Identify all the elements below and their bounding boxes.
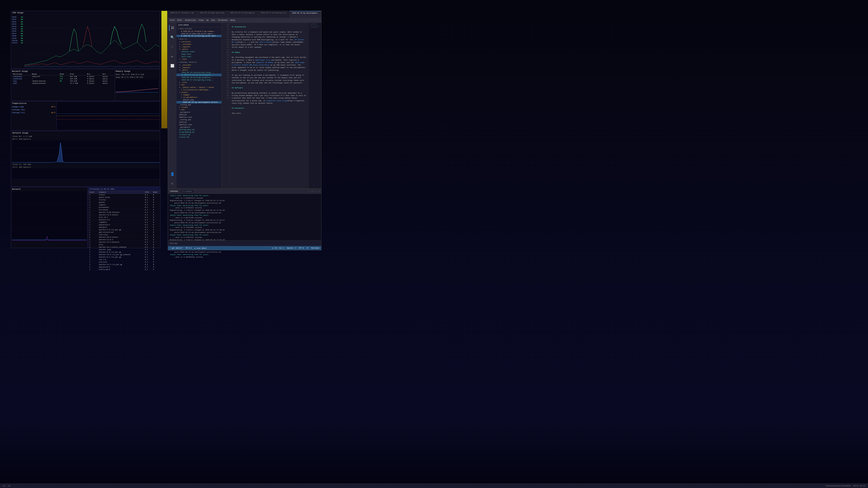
menu-selection[interactable]: Selection — [185, 19, 196, 22]
personal-projects-header[interactable]: ▾PERSONAL PROJECTS — [177, 61, 221, 64]
desktop: CPU Usage CPU02% CPU10% CPU20% CPU30% CP… — [0, 0, 868, 488]
ftree-posts2[interactable]: ▾ _posts — [177, 69, 221, 71]
terminal-plus-icon[interactable]: ＋ — [308, 190, 309, 193]
term-line-13: ...done in 0.07013665 seconds. — [170, 226, 319, 229]
extensions-icon[interactable]: ⬜ — [169, 63, 176, 69]
ftree-cache[interactable]: ▸ .jekyll-cache / Jekyll / Cache — [177, 86, 221, 89]
disk-title: Network Usage — [12, 70, 114, 72]
terminal-maximize-icon[interactable]: □ — [315, 190, 316, 192]
ftree-config2[interactable]: _config.yml — [177, 119, 221, 121]
line-50 — [232, 72, 307, 74]
network-title-bar: Network Usage — [11, 131, 160, 135]
ftree-photography[interactable]: photography.md — [177, 128, 221, 131]
menu-file[interactable]: File — [170, 19, 175, 22]
ftree-slides[interactable]: ▸ slides — [177, 106, 221, 108]
settings-icon[interactable]: ⚙ — [169, 180, 176, 187]
cpu-title-label: CPU Usage — [12, 12, 24, 14]
ftree-layouts2[interactable]: ▸ _layouts — [177, 66, 221, 69]
menu-terminal[interactable]: Terminal — [218, 19, 227, 22]
line-41: My criteria for a keyboard and mouse was… — [232, 31, 307, 49]
ftree-page-html[interactable]: page.html — [177, 53, 221, 55]
ftree-assets[interactable]: ▾ assets — [177, 91, 221, 94]
term-line-10: Regenerating: 1 file(s) changed at 2020-… — [170, 219, 319, 222]
term-line-6: Regenerating: 1 file(s) changed at 2020-… — [170, 209, 319, 212]
tab-4[interactable]: 2020-05-24-my-development... — [290, 11, 321, 18]
personal-projects-section[interactable]: ▾main.rb — [177, 37, 221, 40]
debug-icon[interactable]: ▶ — [169, 53, 176, 59]
vscode-statusbar: ⑂ git master* ⓪ 0.5 ◎ Live Share Ln 62, … — [168, 246, 321, 250]
explorer-icon[interactable]: ☷ — [169, 25, 176, 31]
language-mode[interactable]: Markdown — [311, 247, 319, 249]
col-used: Used — [59, 73, 69, 75]
ftree-dev2[interactable]: ▾ dev — [177, 108, 221, 111]
source-control-icon[interactable]: ☍ — [169, 43, 176, 50]
ftree-banner[interactable]: banner.png — [177, 98, 221, 101]
line-64 — [232, 105, 307, 107]
tab-2[interactable]: 2020-05-22-22-multigp-gr... — [228, 11, 258, 18]
svg-rect-10 — [12, 168, 160, 180]
open-editor-1[interactable]: 2018-06-22-make-php-great-again... — [177, 33, 221, 35]
line-51: If you are looking to purchase a microph… — [232, 74, 307, 84]
file-explorer: EXPLORER ▾OPEN EDITORS ● 2020-05-21-form… — [177, 23, 222, 188]
ftree-converters[interactable]: ▸ src-Converters-Markdown... — [177, 89, 221, 91]
menu-help[interactable]: Help — [230, 19, 235, 22]
menu-edit[interactable]: Edit — [178, 19, 182, 22]
ftree-posts[interactable]: ▾ _posts — [177, 48, 221, 51]
line-63: My productivity developing software is a… — [232, 92, 307, 105]
ftree-sass[interactable]: ▸ _sass — [177, 58, 221, 60]
menu-go[interactable]: Go — [206, 19, 209, 22]
ftree-images[interactable]: ▾ images — [177, 94, 221, 96]
ftree-science[interactable]: science.md — [177, 133, 221, 136]
tab-1[interactable]: 2018-06-22-make-php-grea... — [197, 11, 228, 18]
ftree-el-params[interactable]: ▾ el-parameters — [177, 96, 221, 98]
open-editor-0[interactable]: ● 2020-05-21-formula-1-qk-commun... — [177, 30, 221, 33]
process-row-14: 1 kworker/1:0-rcu_par_gp 0.1 0 — [88, 229, 160, 231]
term-line-12: Jekyll Feed: Generating feed for posts — [170, 224, 319, 227]
editor-content: 3839404142434445464748495051525354555657… — [222, 23, 321, 188]
ftree-annotating[interactable]: 2018-05-24-annotating-large... — [177, 71, 221, 74]
ftree-layouts[interactable]: ▾ _layouts — [177, 45, 221, 48]
cpu-panel: CPU Usage CPU02% CPU10% CPU20% CPU30% CP… — [11, 11, 160, 69]
ftree-gemlock2[interactable]: Gemfile.lock — [177, 123, 221, 126]
ftree-config[interactable]: _config.yml — [177, 103, 221, 106]
search-icon[interactable]: 🔍 — [169, 34, 176, 40]
git-branch[interactable]: ⑂ git master* — [170, 247, 183, 249]
disk-panel: Network Usage Partition Mount Used Free … — [11, 69, 160, 101]
ftree-gitignore[interactable]: .gitignore — [177, 111, 221, 113]
tab-0[interactable]: 2020-05-17-formula-1-qk... — [168, 11, 197, 18]
ftree-multigp[interactable]: 2018-06-10-multigp-graphics... — [177, 76, 221, 78]
open-editor-2[interactable]: ● 2020-05-22-22-multigp-great-open... — [177, 35, 221, 37]
ftree-dev[interactable]: ▾ dev — [177, 84, 221, 86]
outline-label[interactable]: OUTLINE — [170, 242, 178, 245]
ftree-canfile[interactable]: CanFile — [177, 121, 221, 123]
menu-view[interactable]: View — [199, 19, 204, 22]
ftree-workstation[interactable]: ● 2020-05-24-my-development... — [177, 74, 221, 76]
ftree-gitignore2[interactable]: .gitignore — [177, 126, 221, 128]
ftree-travel[interactable]: travel.md — [177, 136, 221, 138]
accounts-icon[interactable]: 👤 — [169, 171, 176, 177]
ftree-programming[interactable]: programming.md — [177, 131, 221, 133]
line-61: ## Software — [232, 87, 307, 89]
ftree-includes2[interactable]: ▸ _includes — [177, 64, 221, 66]
ftree-includes[interactable]: ▸ _includes — [177, 43, 221, 45]
terminal-close-icon[interactable]: ✕ — [318, 190, 319, 192]
line-62 — [232, 90, 307, 92]
tab-3[interactable]: 2018-06-17-encrypting-int... — [258, 11, 290, 18]
term-line-7: posts/2020-05-24-my-development-workstat… — [170, 212, 319, 214]
minimap — [309, 23, 321, 188]
ftree-post-html[interactable]: post.html — [177, 55, 221, 58]
menu-run[interactable]: Run — [211, 19, 215, 22]
ftree-gemlock[interactable]: Gemfile.lock — [177, 116, 221, 119]
ftree-default-html[interactable]: default.html — [177, 51, 221, 53]
ftree-extractor[interactable]: ▸ extractor — [177, 40, 221, 43]
terminal-split-icon[interactable]: ⊟ — [312, 190, 313, 192]
ftree-gemfile[interactable]: Gemfile — [177, 113, 221, 116]
cpu-row-2: CPU20% — [12, 21, 25, 23]
ftree-site[interactable]: ▸ _site — [177, 81, 221, 84]
live-share[interactable]: ◎ Live Share — [194, 247, 207, 249]
cpu-graph — [24, 15, 159, 68]
term-line-0: Jekyll Feed: Generating feed for posts — [170, 195, 319, 197]
ftree-workstation-png[interactable]: 2020-05-24-my-development-workstation.pn… — [177, 101, 221, 103]
open-editors-section[interactable]: ▾OPEN EDITORS — [177, 27, 221, 30]
ftree-encrypting[interactable]: 2018-06-17-encrypting-integ... — [177, 78, 221, 81]
